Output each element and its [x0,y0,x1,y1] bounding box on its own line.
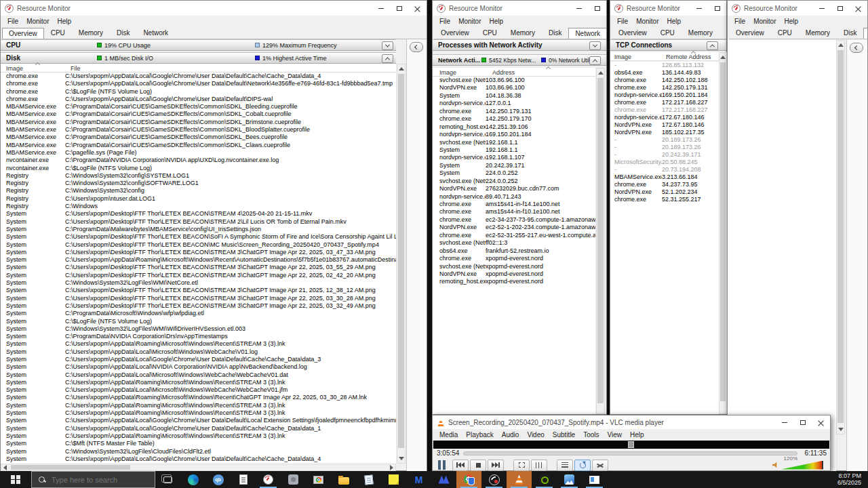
table-row[interactable]: RegistryC:\Users\xpopm\ntuser.dat.LOG1 [1,195,396,203]
table-row[interactable]: SystemC:\Windows\System32\LogFiles\WMI\N… [1,279,396,287]
table-row[interactable]: chrome.exe142.250.179.170 [433,115,595,123]
table-row[interactable]: SystemC:\Users\xpopm\Desktop\FTF Thor\LE… [1,295,396,302]
extended-settings-button[interactable] [531,460,547,471]
tab[interactable]: Memory [504,27,542,39]
expand-views-button[interactable] [410,42,423,52]
table-row[interactable]: SystemC:\Users\xpopm\AppData\Roaming\Mic… [1,379,396,386]
next-button[interactable] [488,460,504,471]
taskbar-item-resource-monitor[interactable] [256,471,281,488]
table-row[interactable]: -20.242.39.171 [610,151,719,159]
table-row[interactable]: RegistryC:\Windows\System32\config [1,187,396,195]
table-row[interactable]: SystemC:\Users\xpopm\AppData\Local\Micro… [1,348,396,356]
table-row[interactable]: SystemC:\Users\xpopm\AppData\Roaming\Mic… [1,432,396,440]
table-row[interactable]: chrome.exeams15s44-in-f10.1e100.net [433,208,595,216]
menu-item[interactable]: Help [663,17,685,26]
menu-item[interactable]: Help [53,17,75,26]
menu-item[interactable]: File [435,17,454,26]
tab[interactable]: Memory [799,27,837,39]
tab[interactable]: CPU [654,27,682,39]
table-row[interactable]: SystemC:\Users\xpopm\AppData\Roaming\Mic… [1,402,396,409]
column-address[interactable]: Address [492,69,515,76]
table-row[interactable]: SystemC:\Users\xpopm\Desktop\FTF Thor\LE… [1,249,396,256]
taskbar-item-nordvpn[interactable] [431,471,456,488]
tab[interactable]: Memory [682,27,719,39]
table-row[interactable]: SystemC:\Users\xpopm\AppData\Local\Micro… [1,386,396,394]
title-bar[interactable]: Resource Monitor [1,1,427,16]
table-row[interactable]: SystemC:\Users\xpopm\Desktop\FTF Thor\LE… [1,272,396,279]
table-row[interactable]: chrome.exe142.250.179.131 [610,84,719,92]
tab[interactable]: Network [863,28,867,39]
menu-item[interactable]: Help [780,17,802,26]
table-row[interactable]: svchost.exe (Network...103.86.96.100 [433,77,595,84]
table-row[interactable]: SystemC:\Users\xpopm\AppData\Local\Googl… [1,455,396,463]
column-image[interactable]: Image [614,54,631,60]
taskbar-item-file-explorer[interactable] [331,471,356,488]
taskbar-search[interactable] [31,471,155,488]
table-row[interactable]: NordVPN.exexpopmd-everest.nord [433,270,595,278]
table-row[interactable]: SystemC:\Users\xpopm\AppData\Roaming\Mic… [1,409,396,417]
taskbar-item-nvidia[interactable] [532,471,557,488]
previous-button[interactable] [452,460,469,471]
minimize-button[interactable] [690,1,708,16]
table-row[interactable]: nordvpn-service.exe192.168.1.107 [433,154,595,161]
table-row[interactable]: svchost.exe (Network...224.0.0.252 [433,178,595,185]
tab[interactable]: Overview [434,27,476,39]
table-row[interactable]: RegistryC:\Windows [1,203,396,210]
minimize-button[interactable] [812,1,831,16]
close-button[interactable] [408,1,427,16]
table-row[interactable]: MBAMService.exeC:\ProgramData\Corsair\CU… [1,110,396,118]
table-row[interactable]: -20.189.173.26 [610,144,719,151]
vertical-scrollbar[interactable] [836,40,845,434]
table-row[interactable]: nordvpn-service.exe172.67.180.146 [610,114,719,121]
expand-views-button[interactable] [850,43,863,53]
table-row[interactable]: SystemC:\Users\xpopm\AppData\Local\NVIDI… [1,363,396,371]
video-area[interactable] [433,441,829,449]
horizontal-scrollbar[interactable] [1,464,396,471]
table-row[interactable]: chrome.exe142.250.102.188 [610,77,719,84]
close-button[interactable] [812,415,830,429]
table-row[interactable]: chrome.exexpopmd-everest.nord [433,255,595,262]
table-row[interactable]: System224.0.0.252 [433,169,595,177]
vertical-scrollbar[interactable] [719,52,727,414]
playlist-button[interactable] [557,460,573,471]
menu-item[interactable]: Monitor [632,17,663,26]
table-row[interactable]: SystemC:\$Mft (NTFS Master File Table) [1,440,396,447]
speaker-icon[interactable] [772,462,778,468]
column-image[interactable]: Image [439,69,456,76]
tab[interactable]: CPU [771,27,799,39]
tab[interactable]: Overview [2,28,44,39]
table-row[interactable]: SystemC:\Users\xpopm\AppData\Roaming\Mic… [1,394,396,401]
table-row[interactable]: MBAMService.exeC:\ProgramData\Corsair\CU… [1,119,396,126]
table-row[interactable]: svchost.exe (Network...192.168.1.1 [433,139,595,146]
column-remote-address[interactable]: Remote Address [666,54,711,60]
menu-item[interactable]: Audio [498,430,524,439]
table-row[interactable]: -128.85.113.132 [610,62,719,69]
table-row[interactable]: NordVPN.exe185.102.217.35 [610,129,719,136]
table-row[interactable]: remoting_host.exexpopmd-everest.nord [433,278,595,285]
taskbar-item-qbittorrent[interactable] [205,471,231,488]
table-row[interactable]: System104.18.36.38 [433,92,595,100]
table-row[interactable]: nordvpn-service.exe169.150.201.184 [610,92,719,99]
title-bar[interactable]: Screen_Recording_20250420_070437_Spotify… [433,415,830,429]
table-row[interactable]: SystemC:\Users\xpopm\AppData\Local\Googl… [1,356,396,363]
taskbar-item-sticky-notes[interactable] [381,471,406,488]
menu-item[interactable]: Subtitle [549,430,579,439]
tab[interactable]: Disk [542,27,568,39]
disk-collapse-button[interactable] [382,54,393,63]
tab[interactable]: Network [136,27,175,39]
table-row[interactable]: NordVPN.exe52.1.202.234 [610,188,719,196]
table-row[interactable]: nordvpn-service.exe169.150.201.184 [433,131,595,138]
tab[interactable]: Disk [837,27,863,39]
tab[interactable]: Disk [110,27,136,39]
pause-button[interactable] [438,460,446,470]
table-row[interactable]: svchost.exe (Network...xpopmd-everest.no… [433,263,595,270]
taskbar-item-obs[interactable] [481,471,507,488]
table-row[interactable]: nordvpn-service.exe127.0.0.1 [433,100,595,107]
table-row[interactable]: NordVPN.exeec2-52-1-202-234.compute-1.am… [433,224,595,231]
tab[interactable]: Memory [72,27,110,39]
table-row[interactable]: NordVPN.exe103.86.96.100 [433,84,595,92]
table-row[interactable]: NordVPN.exe276232029.buc.cdn77.com [433,185,595,192]
tab[interactable]: Network [568,28,606,39]
table-row[interactable]: RegistryC:\Windows\System32\config\SYSTE… [1,172,396,180]
search-input[interactable] [50,475,138,485]
